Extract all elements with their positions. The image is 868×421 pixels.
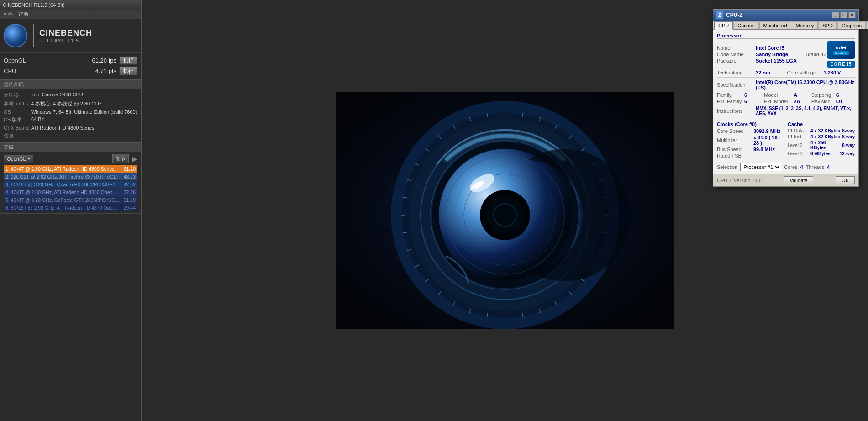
cinebench-menubar: 文件 帮助 bbox=[0, 10, 141, 19]
tab-mainboard[interactable]: Mainboard bbox=[759, 21, 791, 29]
cb-val: 64 Bit bbox=[31, 116, 137, 123]
bus-speed-row: Bus Speed 99.8 MHz bbox=[717, 146, 784, 153]
core-speed-row: Core Speed 3092.9 MHz bbox=[717, 128, 784, 134]
os-key: OS bbox=[4, 109, 31, 115]
os-row: OS Windows 7, 64 Bit, Ultimate Edition (… bbox=[4, 108, 137, 116]
cinebench-titlebar: CINEBENCH R11.5 (64 Bit) bbox=[0, 0, 141, 10]
cores-row: 参核 x GHz 4 参核心, 4 参线程 @ 2.80 GHz bbox=[4, 100, 137, 108]
cache-title: Cache bbox=[788, 121, 855, 127]
bus-speed-val: 99.8 MHz bbox=[753, 147, 784, 152]
cinebench-title-text: CINEBENCH RELEASE 11.5 bbox=[39, 28, 92, 43]
validate-btn[interactable]: Validate bbox=[784, 176, 813, 184]
result-item-6: 6. 8C/16T @ 2.92 GHz, ATI Radeon HD 4870… bbox=[4, 204, 137, 211]
minimize-btn[interactable]: _ bbox=[832, 12, 839, 18]
name-val: Intel Core i5 bbox=[756, 45, 827, 51]
rated-fsb-row: Rated FSB bbox=[717, 153, 784, 159]
result-score: 32.26 bbox=[120, 189, 136, 195]
l3-val: 6 MBytes bbox=[810, 151, 838, 156]
close-btn[interactable]: ✕ bbox=[848, 12, 856, 18]
codename-key: Code Name bbox=[717, 52, 756, 57]
detail-icon[interactable]: ▶ bbox=[132, 155, 137, 163]
name-key: Name bbox=[717, 45, 756, 51]
result-text: 4. 4C/8T @ 2.80 GHz, ATI Radeon HD 4850 … bbox=[5, 189, 120, 195]
processor-select[interactable]: Processor #1 bbox=[740, 163, 781, 171]
family-val: 6 bbox=[744, 92, 760, 98]
render-image bbox=[336, 92, 674, 329]
l1-inst-val: 4 x 32 KBytes bbox=[810, 134, 840, 139]
l2-way: 8-way bbox=[842, 143, 855, 148]
gfx-val: ATI Radeon HD 4800 Series bbox=[31, 125, 137, 131]
tab-graphics[interactable]: Graphics bbox=[837, 21, 866, 29]
result-text: 2. 12C/12T @ 2.62 GHz, ATI FirePro V8750… bbox=[5, 174, 120, 179]
cinebench-window: CINEBENCH R11.5 (64 Bit) 文件 帮助 CINEBENCH… bbox=[0, 0, 142, 421]
ext-family-row: Ext. Family 6 bbox=[717, 98, 760, 105]
revision-row: Revision D1 bbox=[811, 98, 855, 105]
info-key: 信息 bbox=[4, 132, 31, 139]
gfx-key: GFX Board bbox=[4, 125, 31, 131]
stepping-key: Stepping bbox=[811, 92, 836, 98]
detail-btn[interactable]: 细节 bbox=[112, 154, 129, 163]
threads-val: 4 bbox=[827, 164, 830, 170]
core-speed-val: 3092.9 MHz bbox=[753, 128, 784, 134]
tab-about[interactable]: About bbox=[866, 21, 868, 29]
tab-cpu[interactable]: CPU bbox=[714, 21, 733, 30]
cores-label: Cores bbox=[784, 164, 797, 170]
l3-row: Level 3 6 MBytes 12-way bbox=[788, 151, 855, 157]
cinebench-globe bbox=[4, 24, 27, 47]
result-text: 3. 8C/16T @ 3.20 GHz, Quadro FX 5800/PCI… bbox=[5, 182, 120, 187]
spec-row: Specification Intel(R) Core(TM) i5-2300 … bbox=[717, 79, 855, 91]
os-val: Windows 7, 64 Bit, Ultimate Edition (bui… bbox=[31, 109, 137, 115]
family-model-stepping: Family 6 Ext. Family 6 Model A Ext. Mode… bbox=[717, 92, 855, 105]
selection-row: Selection Processor #1 Cores 4 Threads 4 bbox=[717, 161, 855, 171]
maximize-btn[interactable]: □ bbox=[840, 12, 847, 18]
stepping-row: Stepping 6 bbox=[811, 92, 855, 98]
clocks-cache-section: Clocks (Core #0) Core Speed 3092.9 MHz M… bbox=[717, 120, 855, 159]
ok-btn[interactable]: OK bbox=[836, 176, 855, 184]
grade-section: OpenGL 细节 ▶ 1. 4C/4T @ 2.80 GHz, ATI Rad… bbox=[0, 152, 141, 214]
tab-caches[interactable]: Caches bbox=[733, 21, 758, 29]
result-score: 61.20 bbox=[120, 166, 136, 172]
l3-key: Level 3 bbox=[788, 151, 810, 156]
menu-help[interactable]: 帮助 bbox=[18, 11, 28, 18]
cpu-run-btn[interactable]: 执行 bbox=[119, 67, 137, 75]
multiplier-val: x 31.0 ( 16 - 28 ) bbox=[753, 135, 784, 146]
cpuz-titlebar-buttons: _ □ ✕ bbox=[832, 12, 856, 18]
bench-results: OpenGL 61.20 fps 执行 CPU 4.71 pts 执行 bbox=[0, 53, 141, 79]
cache-section: Cache L1 Data 4 x 32 KBytes 8-way L1 Ins… bbox=[788, 120, 855, 159]
l1-inst-row: L1 Inst. 4 x 32 KBytes 8-way bbox=[788, 134, 855, 140]
model-val: A bbox=[794, 92, 807, 98]
tab-spd[interactable]: SPD bbox=[818, 21, 837, 29]
revision-val: D1 bbox=[836, 99, 855, 104]
instructions-val: MMX, SSE (1, 2, 3, 3S, 4.1, 4.2), EM64T,… bbox=[756, 106, 855, 116]
codename-row: Code Name Sandy Bridge Brand ID bbox=[717, 51, 827, 58]
bus-speed-key: Bus Speed bbox=[717, 147, 753, 152]
clocks-section: Clocks (Core #0) Core Speed 3092.9 MHz M… bbox=[717, 120, 784, 159]
selection-label: Selection bbox=[717, 164, 737, 170]
cores-val: 4 参核心, 4 参线程 @ 2.80 GHz bbox=[31, 100, 137, 107]
package-key: Package bbox=[717, 58, 756, 63]
rated-fsb-key: Rated FSB bbox=[717, 153, 753, 158]
core-speed-key: Core Speed bbox=[717, 128, 753, 134]
l2-key: Level 2 bbox=[788, 143, 810, 148]
grade-dropdown[interactable]: OpenGL bbox=[4, 155, 33, 163]
cpuz-tabs: CPUCachesMainboardMemorySPDGraphicsAbout bbox=[713, 21, 858, 30]
instructions-key: Instructions bbox=[717, 108, 756, 114]
result-text: 1. 4C/4T @ 2.80 GHz, ATI Radeon HD 4800 … bbox=[5, 166, 120, 172]
info-row: 信息 bbox=[4, 132, 137, 140]
tab-memory[interactable]: Memory bbox=[792, 21, 818, 29]
cpuz-content: Processor Name Intel Core i5 Code Name S… bbox=[713, 30, 858, 174]
result-text: 5. 4C/8T @ 3.20 GHz, GeForce GTX 280M/PC… bbox=[5, 197, 120, 203]
processor-key: 处理器 bbox=[4, 92, 31, 99]
l1-data-way: 8-way bbox=[842, 128, 855, 133]
render-svg bbox=[336, 92, 674, 329]
result-score: 29.44 bbox=[120, 205, 136, 210]
result-text: 6. 8C/16T @ 2.92 GHz, ATI Radeon HD 4870… bbox=[5, 205, 120, 210]
family-key: Family bbox=[717, 92, 744, 98]
menu-file[interactable]: 文件 bbox=[3, 11, 13, 18]
intel-badge: intel inside bbox=[827, 41, 855, 59]
cpu-name-row: Name Intel Core i5 bbox=[717, 45, 827, 51]
l2-val: 4 x 256 KBytes bbox=[810, 140, 840, 150]
opengl-run-btn[interactable]: 执行 bbox=[119, 56, 137, 65]
l2-row: Level 2 4 x 256 KBytes 8-way bbox=[788, 140, 855, 151]
processor-section-title: Processor bbox=[717, 33, 855, 39]
